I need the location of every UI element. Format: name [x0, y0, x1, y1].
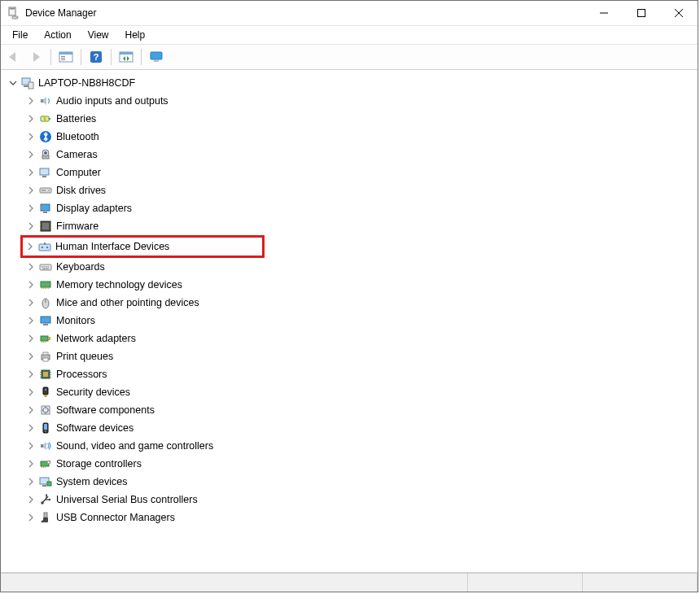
device-category-node[interactable]: Sound, video and game controllers	[24, 437, 698, 455]
expander-closed-icon[interactable]	[25, 440, 37, 452]
device-category-label: Software components	[56, 404, 155, 416]
computer-icon	[38, 165, 53, 180]
expander-closed-icon[interactable]	[25, 149, 37, 160]
svg-point-32	[48, 190, 50, 191]
expander-closed-icon[interactable]	[25, 315, 37, 326]
root-computer-node[interactable]: LAPTOP-NB8H8CDF	[6, 74, 698, 92]
system-device-icon	[38, 474, 53, 489]
toolbar-separator	[81, 49, 81, 65]
menu-help[interactable]: Help	[119, 28, 152, 42]
menu-action[interactable]: Action	[37, 28, 77, 42]
expander-closed-icon[interactable]	[25, 95, 37, 107]
expander-closed-icon[interactable]	[25, 404, 37, 416]
device-category-node[interactable]: Memory technology devices	[24, 276, 698, 294]
device-category-node[interactable]: Audio inputs and outputs	[24, 92, 698, 110]
expander-closed-icon[interactable]	[25, 131, 37, 142]
toolbar-separator	[141, 49, 142, 65]
expander-closed-icon[interactable]	[25, 203, 37, 214]
device-category-node[interactable]: Software devices	[24, 419, 698, 437]
device-category-node[interactable]: Computer	[24, 164, 698, 181]
back-button[interactable]	[4, 47, 24, 67]
device-category-node[interactable]: Network adapters	[24, 330, 698, 347]
device-category-node[interactable]: Firmware	[24, 217, 698, 235]
help-button[interactable]: ?	[86, 47, 106, 67]
minimize-button[interactable]	[585, 1, 623, 25]
svg-rect-51	[48, 266, 50, 268]
svg-rect-73	[40, 372, 42, 373]
device-category-node[interactable]: Keyboards	[24, 258, 698, 276]
svg-rect-56	[45, 287, 46, 289]
svg-rect-66	[43, 341, 44, 343]
expander-closed-icon[interactable]	[25, 167, 37, 178]
device-category-node[interactable]: Security devices	[24, 383, 698, 401]
device-category-label: Audio inputs and outputs	[56, 95, 168, 107]
expander-open-icon[interactable]	[7, 77, 19, 89]
device-category-label: Software devices	[56, 422, 133, 434]
keyboard-icon	[38, 260, 53, 274]
expander-closed-icon[interactable]	[25, 387, 37, 398]
device-category-node[interactable]: Disk drives	[24, 181, 698, 199]
expander-closed-icon[interactable]	[25, 333, 37, 344]
device-category-node[interactable]: Display adapters	[24, 199, 698, 217]
expander-closed-icon[interactable]	[25, 297, 37, 308]
speaker-icon	[38, 94, 53, 108]
expander-closed-icon[interactable]	[25, 369, 37, 380]
menu-view[interactable]: View	[81, 28, 116, 42]
svg-rect-78	[50, 377, 51, 378]
expander-closed-icon[interactable]	[25, 221, 37, 232]
device-category-node[interactable]: Universal Serial Bus controllers	[24, 491, 698, 509]
expander-closed-icon[interactable]	[25, 351, 37, 362]
sound-controller-icon	[38, 439, 53, 453]
svg-point-97	[49, 499, 50, 500]
device-category-label: Monitors	[56, 315, 95, 326]
expander-closed-icon[interactable]	[25, 476, 37, 487]
svg-rect-64	[48, 337, 50, 340]
devices-display-button[interactable]	[147, 47, 166, 67]
expander-closed-icon[interactable]	[25, 279, 37, 290]
svg-rect-18	[154, 60, 159, 62]
expander-closed-icon[interactable]	[25, 422, 37, 434]
device-tree-area[interactable]: LAPTOP-NB8H8CDF Audio inputs and outputs…	[1, 70, 698, 573]
svg-rect-95	[47, 482, 51, 486]
device-category-label: Memory technology devices	[56, 279, 182, 290]
svg-rect-17	[151, 52, 162, 59]
device-category-node[interactable]: Storage controllers	[24, 455, 698, 473]
security-device-icon	[38, 385, 53, 400]
device-category-node[interactable]: Processors	[24, 365, 698, 383]
menu-file[interactable]: File	[6, 28, 34, 42]
scan-hardware-button[interactable]	[116, 47, 136, 67]
expander-closed-icon[interactable]	[25, 185, 37, 196]
app-icon	[7, 7, 20, 20]
device-category-node[interactable]: System devices	[24, 473, 698, 491]
svg-rect-58	[48, 287, 49, 289]
svg-rect-41	[50, 224, 51, 225]
forward-button[interactable]	[26, 47, 46, 67]
close-button[interactable]	[660, 1, 698, 25]
expander-closed-icon[interactable]	[25, 458, 37, 470]
device-category-node[interactable]: USB Connector Managers	[24, 509, 698, 526]
device-category-node[interactable]: Bluetooth	[24, 128, 698, 146]
expander-closed-icon[interactable]	[25, 512, 37, 523]
device-category-node[interactable]: Monitors	[24, 312, 698, 330]
svg-rect-20	[24, 85, 28, 87]
toolbar-separator	[50, 49, 51, 65]
svg-rect-36	[40, 206, 42, 209]
status-cell	[583, 574, 698, 592]
device-tree: LAPTOP-NB8H8CDF Audio inputs and outputs…	[1, 71, 698, 526]
expander-closed-icon[interactable]	[25, 494, 37, 505]
expander-closed-icon[interactable]	[24, 241, 36, 252]
maximize-button[interactable]	[623, 1, 660, 25]
device-category-node[interactable]: Mice and other pointing devices	[24, 294, 698, 312]
expander-closed-icon[interactable]	[25, 261, 37, 273]
show-hide-console-tree-button[interactable]	[56, 47, 76, 67]
toolbar: ?	[1, 45, 698, 70]
device-category-node[interactable]: Cameras	[24, 146, 698, 164]
device-category-node[interactable]: Print queues	[24, 347, 698, 365]
device-category-node[interactable]: Batteries	[24, 110, 698, 128]
device-category-label: Disk drives	[56, 185, 106, 196]
device-category-node[interactable]: Human Interface Devices	[23, 238, 246, 256]
expander-closed-icon[interactable]	[25, 113, 37, 124]
device-category-node[interactable]: Software components	[24, 401, 698, 419]
svg-rect-99	[44, 513, 47, 518]
device-category-label: Storage controllers	[56, 458, 142, 470]
